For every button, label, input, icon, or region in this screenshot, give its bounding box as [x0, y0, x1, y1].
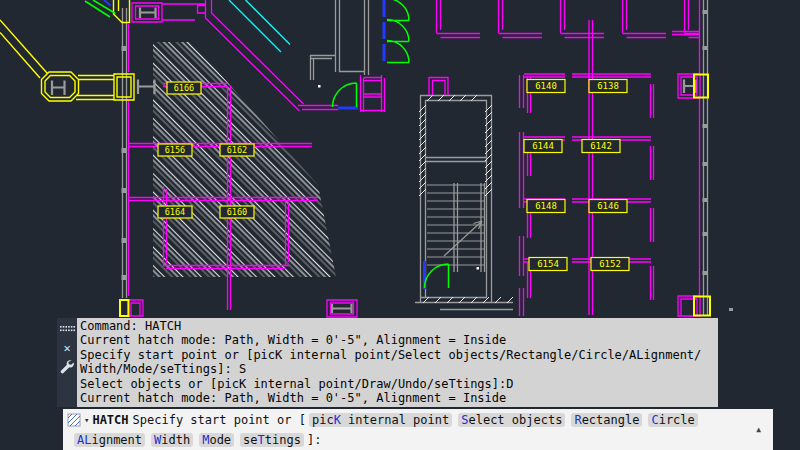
svg-text:6144: 6144 — [532, 141, 554, 151]
room-label: 6164 — [158, 206, 192, 218]
svg-text:6156: 6156 — [165, 145, 185, 155]
prompt-text: Specify start point or [ — [133, 413, 306, 427]
svg-text:6162: 6162 — [227, 145, 247, 155]
wrench-icon[interactable] — [59, 360, 75, 374]
option-key-letter: W — [154, 433, 161, 447]
close-icon[interactable]: ✕ — [59, 341, 75, 355]
command-option-chip[interactable]: picK internal point — [309, 413, 452, 427]
active-command-label: HATCH — [92, 413, 128, 427]
command-option-chip[interactable]: Width — [151, 433, 193, 447]
history-line: Command: HATCH — [80, 319, 718, 333]
room-label: 6162 — [220, 144, 254, 156]
autocad-window: { "palette": { "background": "#212832", … — [0, 0, 800, 450]
room-label: 6152 — [591, 258, 629, 271]
room-label: 6146 — [589, 200, 627, 213]
room-label: 6148 — [527, 200, 565, 213]
svg-text:6142: 6142 — [590, 141, 612, 151]
history-line: Width/Mode/seTtings]: S — [80, 362, 718, 376]
option-key-letter: R — [574, 413, 581, 427]
history-line: Select objects or [picK internal point/D… — [80, 377, 718, 391]
svg-text:6140: 6140 — [535, 81, 557, 91]
command-history-panel: ✕ Command: HATCHCurrent hatch mode: Path… — [57, 318, 718, 407]
command-option-chip[interactable]: ALignment — [74, 433, 145, 447]
svg-text:6148: 6148 — [535, 201, 557, 211]
command-option-chip[interactable]: Circle — [648, 413, 697, 427]
command-option-chip[interactable]: Rectangle — [571, 413, 642, 427]
svg-text:6152: 6152 — [599, 259, 621, 269]
svg-text:6146: 6146 — [597, 201, 619, 211]
command-input[interactable]: ▾ HATCH Specify start point or [ picK in… — [63, 409, 773, 450]
svg-text:6154: 6154 — [537, 259, 559, 269]
option-key-letter: T — [258, 433, 265, 447]
option-key-letter: K — [334, 413, 341, 427]
svg-text:6160: 6160 — [227, 207, 247, 217]
prompt-suffix: ]: — [307, 433, 321, 447]
history-line: Current hatch mode: Path, Width = 0'-5",… — [80, 391, 718, 405]
room-label: 6154 — [529, 258, 567, 271]
room-label: 6156 — [158, 144, 192, 156]
svg-text:6166: 6166 — [174, 83, 194, 93]
option-key-letter: M — [202, 433, 209, 447]
room-label: 6160 — [220, 206, 254, 218]
command-option-chip[interactable]: Mode — [199, 433, 234, 447]
svg-text:6164: 6164 — [165, 207, 185, 217]
room-label: 6144 — [524, 140, 562, 153]
option-chips-row2: ALignmentWidthModeseTtings — [71, 433, 307, 447]
svg-text:6138: 6138 — [597, 81, 619, 91]
history-lines: Command: HATCHCurrent hatch mode: Path, … — [77, 318, 718, 407]
option-chips-row1: picK internal pointSelect objectsRectang… — [306, 413, 701, 427]
command-panel-strip: ✕ — [57, 318, 77, 407]
command-input-row1: ▾ HATCH Specify start point or [ picK in… — [67, 410, 769, 430]
chevron-down-icon[interactable]: ▾ — [84, 415, 89, 425]
hatch-layer-icon[interactable] — [67, 413, 81, 427]
room-label: 6142 — [582, 140, 620, 153]
history-line: Current hatch mode: Path, Width = 0'-5",… — [80, 333, 718, 347]
option-key-letter: S — [461, 413, 468, 427]
history-line: Specify start point or [picK internal po… — [80, 348, 718, 362]
command-input-row2: ALignmentWidthModeseTtings ]: — [67, 430, 769, 450]
room-label: 6138 — [589, 80, 627, 93]
scroll-up-icon[interactable]: ▲ — [756, 425, 761, 434]
option-key-letter: AL — [77, 433, 91, 447]
room-label: 6140 — [527, 80, 565, 93]
command-option-chip[interactable]: seTtings — [240, 433, 304, 447]
drag-grip-icon[interactable] — [59, 322, 75, 336]
command-option-chip[interactable]: Select objects — [458, 413, 565, 427]
room-label: 6166 — [167, 82, 201, 94]
option-key-letter: C — [651, 413, 658, 427]
